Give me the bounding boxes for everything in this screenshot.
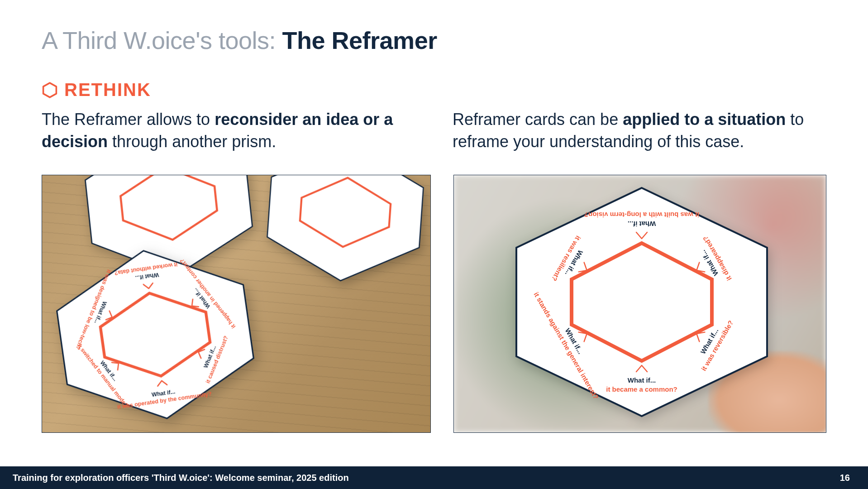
hexagon-icon xyxy=(42,82,58,98)
footer-bar: Training for exploration officers 'Third… xyxy=(0,466,868,489)
svg-text:What if...: What if... xyxy=(628,376,656,384)
image-reframer-cards-on-table: What if... it was operated by the commun… xyxy=(42,175,431,433)
title-prefix: A Third W.oice's tools: xyxy=(42,27,282,54)
slide-title: A Third W.oice's tools: The Reframer xyxy=(42,26,437,54)
svg-marker-0 xyxy=(43,83,57,97)
section-header: RETHINK xyxy=(42,80,151,100)
reframer-card-front: What if... it was operated by the commun… xyxy=(44,235,266,433)
text: Reframer cards can be xyxy=(453,110,623,129)
svg-text:it became a common?: it became a common? xyxy=(606,385,677,393)
svg-marker-3 xyxy=(265,175,426,286)
section-label: RETHINK xyxy=(64,80,151,100)
slide: A Third W.oice's tools: The Reframer RET… xyxy=(0,0,868,489)
image-reframer-card-held: What if... it became a common? What if..… xyxy=(453,175,826,433)
reframer-card xyxy=(260,175,431,288)
title-bold: The Reframer xyxy=(282,27,437,54)
text: The Reframer allows to xyxy=(42,110,215,129)
page-number: 16 xyxy=(840,473,850,483)
footer-text: Training for exploration officers 'Third… xyxy=(13,473,349,483)
text-bold: applied to a situation xyxy=(623,110,786,129)
paragraph-right: Reframer cards can be applied to a situa… xyxy=(453,109,824,153)
reframer-card-held: What if... it became a common? What if..… xyxy=(508,184,775,420)
text: through another prism. xyxy=(108,132,276,151)
svg-text:it was built with a long-term : it was built with a long-term vision? xyxy=(584,211,699,219)
svg-text:What if...: What if... xyxy=(628,220,656,228)
paragraph-left: The Reframer allows to reconsider an ide… xyxy=(42,109,413,153)
